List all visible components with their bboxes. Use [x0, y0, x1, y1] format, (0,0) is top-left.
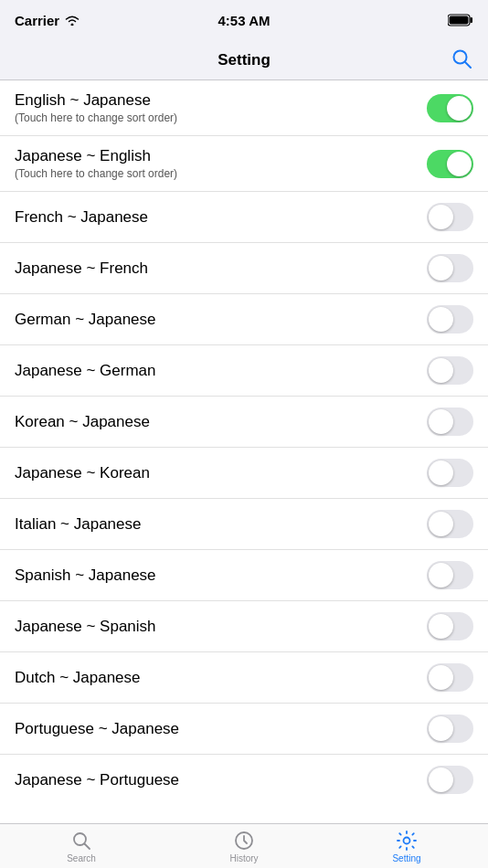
setting-sublabel-japanese-english: (Touch here to change sort order) — [15, 167, 177, 180]
setting-row-japanese-korean[interactable]: Japanese ~ Korean — [0, 448, 488, 499]
search-button[interactable] — [448, 45, 475, 75]
setting-row-german-japanese[interactable]: German ~ Japanese — [0, 294, 488, 345]
setting-label-portuguese-japanese: Portuguese ~ Japanese — [15, 720, 179, 738]
toggle-japanese-french[interactable] — [427, 254, 473, 282]
setting-row-french-japanese[interactable]: French ~ Japanese — [0, 192, 488, 243]
setting-row-japanese-spanish[interactable]: Japanese ~ Spanish — [0, 601, 488, 652]
toggle-knob-portuguese-japanese — [429, 716, 453, 741]
toggle-french-japanese[interactable] — [427, 203, 473, 231]
toggle-knob-korean-japanese — [429, 409, 453, 434]
svg-rect-1 — [471, 17, 473, 23]
toggle-dutch-japanese[interactable] — [427, 663, 473, 692]
toggle-knob-japanese-portuguese — [429, 767, 453, 792]
status-bar: Carrier 4:53 AM — [0, 0, 488, 40]
search-tab-label: Search — [67, 853, 96, 863]
nav-bar: Setting — [0, 40, 488, 80]
svg-rect-2 — [450, 16, 469, 25]
toggle-japanese-english[interactable] — [427, 150, 473, 178]
status-left: Carrier — [15, 13, 80, 28]
setting-sublabel-english-japanese: (Touch here to change sort order) — [15, 111, 177, 124]
toggle-korean-japanese[interactable] — [427, 408, 473, 436]
setting-label-japanese-english: Japanese ~ English — [15, 147, 177, 165]
setting-row-japanese-portuguese[interactable]: Japanese ~ Portuguese — [0, 755, 488, 805]
setting-tab-label: Setting — [392, 853, 420, 863]
toggle-knob-japanese-spanish — [429, 614, 453, 639]
setting-row-japanese-french[interactable]: Japanese ~ French — [0, 243, 488, 294]
search-icon — [451, 48, 472, 69]
toggle-italian-japanese[interactable] — [427, 510, 473, 538]
setting-label-korean-japanese: Korean ~ Japanese — [15, 413, 150, 431]
svg-line-6 — [85, 843, 90, 849]
status-time: 4:53 AM — [218, 13, 271, 28]
setting-label-japanese-spanish: Japanese ~ Spanish — [15, 618, 156, 636]
toggle-spanish-japanese[interactable] — [427, 561, 473, 589]
toggle-japanese-spanish[interactable] — [427, 612, 473, 640]
toggle-knob-japanese-korean — [429, 460, 453, 485]
setting-label-japanese-korean: Japanese ~ Korean — [15, 464, 150, 482]
wifi-icon — [65, 15, 80, 26]
setting-label-german-japanese: German ~ Japanese — [15, 311, 156, 329]
toggle-knob-japanese-french — [429, 256, 453, 281]
battery-icon — [448, 14, 473, 26]
setting-row-spanish-japanese[interactable]: Spanish ~ Japanese — [0, 550, 488, 601]
toggle-german-japanese[interactable] — [427, 305, 473, 333]
history-tab-icon — [233, 830, 255, 852]
setting-label-dutch-japanese: Dutch ~ Japanese — [15, 669, 141, 687]
setting-label-japanese-portuguese: Japanese ~ Portuguese — [15, 771, 179, 789]
toggle-knob-english-japanese — [447, 96, 472, 121]
settings-list: English ~ Japanese(Touch here to change … — [0, 80, 488, 823]
setting-label-japanese-german: Japanese ~ German — [15, 362, 156, 380]
toggle-knob-spanish-japanese — [429, 563, 453, 587]
toggle-knob-french-japanese — [429, 205, 453, 229]
toggle-knob-japanese-english — [447, 152, 472, 176]
tab-search[interactable]: Search — [0, 824, 163, 868]
setting-label-japanese-french: Japanese ~ French — [15, 259, 148, 278]
setting-row-portuguese-japanese[interactable]: Portuguese ~ Japanese — [0, 704, 488, 755]
tab-history[interactable]: History — [163, 824, 325, 868]
setting-label-english-japanese: English ~ Japanese — [15, 91, 177, 110]
tab-bar: Search History Setting — [0, 823, 488, 868]
toggle-japanese-portuguese[interactable] — [427, 766, 473, 794]
toggle-japanese-korean[interactable] — [427, 459, 473, 487]
svg-point-8 — [404, 837, 410, 843]
setting-row-korean-japanese[interactable]: Korean ~ Japanese — [0, 397, 488, 448]
setting-row-japanese-german[interactable]: Japanese ~ German — [0, 345, 488, 397]
setting-row-italian-japanese[interactable]: Italian ~ Japanese — [0, 499, 488, 550]
setting-label-italian-japanese: Italian ~ Japanese — [15, 515, 141, 534]
toggle-knob-german-japanese — [429, 307, 453, 332]
svg-line-4 — [465, 62, 471, 68]
toggle-japanese-german[interactable] — [427, 356, 473, 385]
nav-title: Setting — [217, 51, 271, 69]
toggle-english-japanese[interactable] — [427, 94, 473, 122]
toggle-portuguese-japanese[interactable] — [427, 715, 473, 743]
setting-row-japanese-english[interactable]: Japanese ~ English(Touch here to change … — [0, 136, 488, 192]
tab-setting[interactable]: Setting — [325, 824, 488, 868]
carrier-label: Carrier — [15, 13, 59, 28]
toggle-knob-dutch-japanese — [429, 665, 453, 690]
setting-label-spanish-japanese: Spanish ~ Japanese — [15, 566, 156, 585]
toggle-knob-italian-japanese — [429, 512, 453, 536]
history-tab-label: History — [229, 853, 258, 863]
search-tab-icon — [70, 830, 92, 852]
status-right — [448, 14, 473, 26]
setting-tab-icon — [396, 830, 418, 852]
setting-row-english-japanese[interactable]: English ~ Japanese(Touch here to change … — [0, 80, 488, 136]
toggle-knob-japanese-german — [429, 358, 453, 383]
setting-label-french-japanese: French ~ Japanese — [15, 208, 148, 227]
setting-row-dutch-japanese[interactable]: Dutch ~ Japanese — [0, 652, 488, 704]
